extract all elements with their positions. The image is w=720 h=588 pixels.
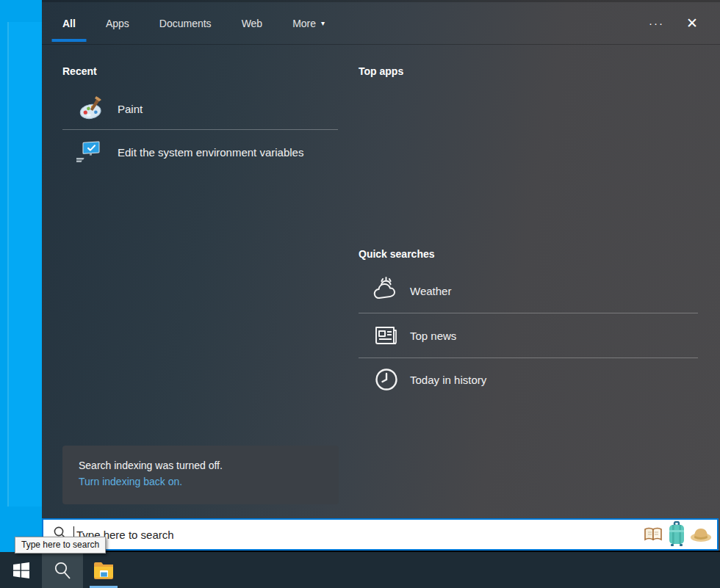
tab-apps-label: Apps bbox=[106, 18, 129, 29]
quick-search-label: Top news bbox=[410, 330, 456, 342]
quick-search-top-news[interactable]: Top news bbox=[371, 314, 698, 357]
search-bar bbox=[42, 518, 719, 551]
indexing-notice: Search indexing was turned off. Turn ind… bbox=[62, 446, 339, 504]
close-icon[interactable]: ✕ bbox=[686, 15, 698, 32]
search-icon bbox=[53, 561, 72, 580]
tab-more-label: More bbox=[292, 18, 316, 29]
desktop-window-edge bbox=[7, 22, 42, 507]
tab-more[interactable]: More ▾ bbox=[292, 2, 325, 44]
screen: All Apps Documents Web More ▾ ··· ✕ Rece… bbox=[0, 0, 720, 588]
recent-item-label: Edit the system environment variables bbox=[118, 146, 303, 159]
taskbar-search-button[interactable] bbox=[42, 552, 83, 588]
search-flyout-window: All Apps Documents Web More ▾ ··· ✕ Rece… bbox=[42, 0, 720, 551]
tab-documents[interactable]: Documents bbox=[159, 2, 212, 44]
quick-search-weather[interactable]: Weather bbox=[371, 269, 698, 312]
chevron-down-icon: ▾ bbox=[321, 19, 325, 27]
windows-logo-icon bbox=[13, 562, 29, 578]
taskbar bbox=[0, 552, 720, 588]
quick-search-label: Today in history bbox=[410, 374, 486, 386]
taskbar-file-explorer-button[interactable] bbox=[83, 552, 124, 588]
recent-header: Recent bbox=[62, 65, 97, 77]
recent-item-paint[interactable]: Paint bbox=[71, 90, 347, 128]
active-tab-underline bbox=[51, 39, 86, 42]
quick-search-label: Weather bbox=[410, 285, 451, 297]
divider bbox=[359, 313, 698, 313]
clock-icon bbox=[371, 364, 402, 395]
search-input[interactable] bbox=[76, 520, 642, 549]
paint-palette-icon bbox=[76, 94, 105, 123]
search-tooltip: Type here to search bbox=[15, 537, 106, 553]
tab-apps[interactable]: Apps bbox=[106, 2, 129, 44]
tab-documents-label: Documents bbox=[159, 18, 212, 29]
luggage-icon bbox=[666, 521, 688, 548]
search-highlights[interactable] bbox=[642, 521, 713, 548]
quick-search-today-in-history[interactable]: Today in history bbox=[371, 358, 698, 401]
recent-item-env-variables[interactable]: Edit the system environment variables bbox=[71, 133, 347, 171]
indexing-notice-message: Search indexing was turned off. bbox=[79, 460, 339, 471]
start-button[interactable] bbox=[0, 552, 42, 588]
tab-web[interactable]: Web bbox=[242, 2, 263, 44]
top-apps-header: Top apps bbox=[359, 65, 403, 77]
recent-item-label: Paint bbox=[118, 103, 143, 115]
divider bbox=[62, 129, 338, 130]
tab-all-label: All bbox=[62, 18, 76, 29]
sun-hat-icon bbox=[689, 525, 713, 544]
more-options-icon[interactable]: ··· bbox=[649, 20, 664, 27]
newspaper-icon bbox=[371, 320, 402, 351]
desktop-wallpaper bbox=[0, 0, 42, 552]
turn-indexing-on-link[interactable]: Turn indexing back on. bbox=[79, 476, 339, 487]
folder-icon bbox=[93, 561, 115, 580]
open-book-icon bbox=[642, 524, 664, 545]
system-properties-icon bbox=[76, 137, 105, 167]
tab-web-label: Web bbox=[242, 18, 263, 29]
search-filter-tabbar: All Apps Documents Web More ▾ ··· ✕ bbox=[42, 2, 720, 45]
quick-searches-header: Quick searches bbox=[359, 248, 435, 260]
tab-all[interactable]: All bbox=[62, 2, 76, 44]
weather-sun-cloud-icon bbox=[371, 275, 402, 306]
